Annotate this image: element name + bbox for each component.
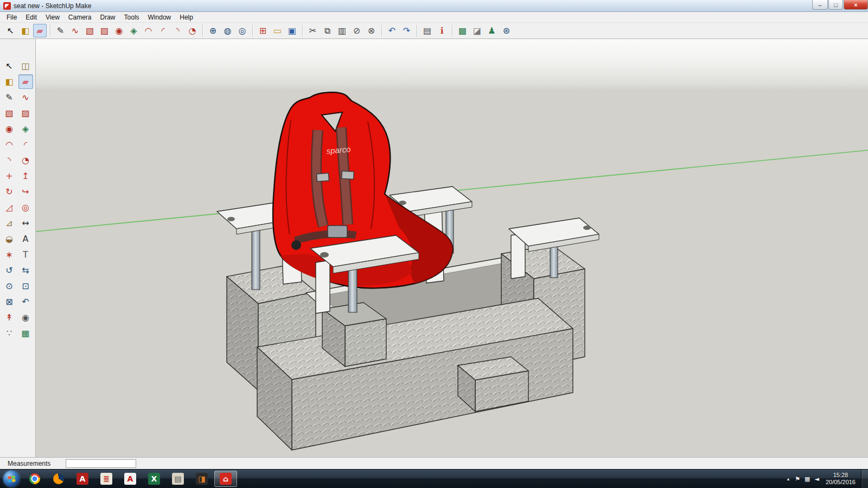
- orbit-camera-tool[interactable]: ◍: [221, 24, 234, 37]
- two-point-arc-tool[interactable]: ◜: [156, 24, 170, 37]
- arc-tool[interactable]: ◠: [2, 137, 17, 152]
- styles-tool[interactable]: ◪: [470, 24, 484, 37]
- circle-tool[interactable]: ◉: [2, 121, 17, 136]
- eraser-tool[interactable]: ▰: [18, 74, 33, 89]
- text-tool[interactable]: A: [18, 232, 33, 246]
- rotated-rectangle-tool[interactable]: ▨: [18, 106, 33, 120]
- walk-tool[interactable]: ∵: [2, 326, 17, 341]
- zoom-tool[interactable]: ⊙: [2, 279, 17, 293]
- geo-location-tool[interactable]: ⊛: [500, 24, 513, 37]
- axes-tool[interactable]: ∗: [2, 247, 17, 262]
- menu-camera[interactable]: Camera: [64, 12, 96, 22]
- pan-tool[interactable]: ⇆: [18, 263, 33, 278]
- volume-icon[interactable]: ◄: [812, 476, 821, 483]
- freehand-tool[interactable]: ∿: [18, 90, 33, 105]
- materials-tool[interactable]: ▩: [456, 24, 469, 37]
- offset-tool[interactable]: ◎: [18, 200, 33, 215]
- follow-me-tool[interactable]: ↪: [18, 184, 33, 199]
- menu-draw[interactable]: Draw: [96, 12, 120, 22]
- redo-tool[interactable]: ↷: [400, 24, 413, 37]
- taskbar-sketchup[interactable]: ⌂: [214, 471, 237, 487]
- pie-tool[interactable]: ◔: [18, 153, 33, 168]
- line-tool[interactable]: ✎: [54, 24, 67, 37]
- close-button[interactable]: ×: [844, 0, 868, 10]
- scale-tool[interactable]: ◿: [2, 200, 17, 215]
- save-file-tool[interactable]: ▣: [285, 24, 299, 37]
- start-button[interactable]: [3, 471, 20, 487]
- taskbar-chrome[interactable]: [23, 471, 46, 487]
- taskbar-printer[interactable]: ▤: [167, 471, 189, 487]
- taskbar-excel[interactable]: X: [143, 471, 165, 487]
- select-tool[interactable]: ↖: [4, 24, 17, 37]
- zoom-extents-tool[interactable]: ⊠: [2, 294, 17, 309]
- tape-measure-tool[interactable]: ⊿: [2, 216, 17, 230]
- measurements-input[interactable]: [66, 459, 136, 468]
- rotated-rectangle-tool[interactable]: ▨: [98, 24, 111, 37]
- clock-date: 20/05/2016: [826, 479, 856, 486]
- pie-tool[interactable]: ◔: [186, 24, 199, 37]
- modeling-viewport[interactable]: sparco: [36, 39, 868, 457]
- open-file-tool[interactable]: ▭: [271, 24, 284, 37]
- zoom-previous-tool[interactable]: ↶: [18, 294, 33, 309]
- network-icon[interactable]: ▦: [802, 476, 812, 483]
- look-around-tool[interactable]: ◉: [18, 310, 33, 325]
- model-info-tool[interactable]: ℹ: [435, 24, 449, 37]
- taskbar-library[interactable]: ≣: [95, 471, 118, 487]
- menu-view[interactable]: View: [41, 12, 64, 22]
- hidden-icons-arrow[interactable]: ▴: [784, 476, 793, 481]
- three-point-arc-tool[interactable]: ◝: [2, 153, 17, 168]
- maximize-button[interactable]: □: [828, 0, 843, 10]
- push-pull-tool[interactable]: ↥: [18, 169, 33, 183]
- position-camera-tool[interactable]: ↟: [2, 310, 17, 325]
- menu-tools[interactable]: Tools: [120, 12, 144, 22]
- two-point-arc-tool[interactable]: ◜: [18, 137, 33, 152]
- paint-bucket-tool[interactable]: ◧: [2, 74, 17, 89]
- pan-camera-tool[interactable]: ⊕: [206, 24, 220, 37]
- menu-help[interactable]: Help: [175, 12, 197, 22]
- polygon-tool[interactable]: ◈: [18, 121, 33, 136]
- tray-icons: ⚑▦◄: [793, 470, 821, 488]
- select-tool[interactable]: ↖: [2, 59, 17, 73]
- copy-tool[interactable]: ⧉: [321, 24, 334, 37]
- new-file-tool[interactable]: ⊞: [256, 24, 270, 37]
- person-scale-tool[interactable]: ♟: [485, 24, 499, 37]
- line-tool[interactable]: ✎: [2, 90, 17, 105]
- paint-bucket-tool[interactable]: ◧: [18, 24, 32, 37]
- three-point-arc-tool[interactable]: ◝: [171, 24, 184, 37]
- make-component-tool[interactable]: ◫: [18, 59, 33, 73]
- clock[interactable]: 15:28 20/05/2016: [826, 472, 856, 486]
- protractor-tool[interactable]: ◒: [2, 232, 17, 246]
- three-d-text-tool[interactable]: T: [18, 247, 33, 262]
- rectangle-tool[interactable]: ▧: [83, 24, 97, 37]
- cancel-tool[interactable]: ⊗: [365, 24, 378, 37]
- taskbar-autocad[interactable]: A: [119, 471, 142, 487]
- undo-tool[interactable]: ↶: [385, 24, 399, 37]
- dimensions-tool[interactable]: ↔: [18, 216, 33, 230]
- show-desktop-button[interactable]: [861, 470, 868, 488]
- cut-tool[interactable]: ✂: [306, 24, 320, 37]
- move-tool[interactable]: +: [2, 169, 17, 183]
- zoom-window-tool[interactable]: ⊡: [18, 279, 33, 293]
- delete-tool[interactable]: ⊘: [350, 24, 363, 37]
- section-plane-tool[interactable]: ▦: [18, 326, 33, 341]
- taskbar-adobe-reader[interactable]: A: [71, 471, 94, 487]
- circle-tool[interactable]: ◉: [112, 24, 126, 37]
- zoom-camera-tool[interactable]: ◎: [235, 24, 249, 37]
- action-center-icon[interactable]: ⚑: [793, 476, 802, 483]
- menu-file[interactable]: File: [2, 12, 21, 22]
- menu-edit[interactable]: Edit: [21, 12, 41, 22]
- eraser-tool[interactable]: ▰: [33, 24, 47, 37]
- arc-tool[interactable]: ◠: [142, 24, 155, 37]
- orbit-tool[interactable]: ↺: [2, 263, 17, 278]
- menu-window[interactable]: Window: [144, 12, 176, 22]
- minimize-button[interactable]: –: [812, 0, 828, 10]
- excel-icon: X: [148, 473, 160, 485]
- print-tool[interactable]: ▤: [420, 24, 434, 37]
- taskbar-utility[interactable]: ◨: [190, 471, 213, 487]
- freehand-tool[interactable]: ∿: [68, 24, 82, 37]
- paste-tool[interactable]: ▥: [335, 24, 349, 37]
- polygon-tool[interactable]: ◈: [127, 24, 141, 37]
- rectangle-tool[interactable]: ▧: [2, 106, 17, 120]
- taskbar-firefox[interactable]: [47, 471, 70, 487]
- rotate-tool[interactable]: ↻: [2, 184, 17, 199]
